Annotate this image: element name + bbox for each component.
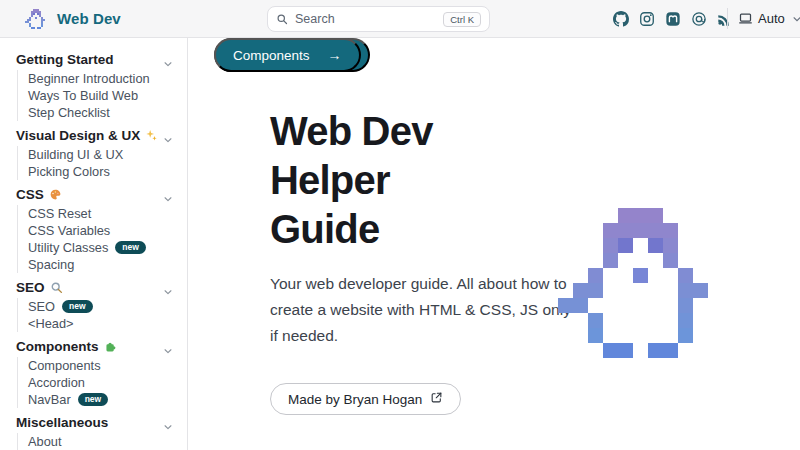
chevron-down-icon (163, 190, 173, 200)
empty-pixel (618, 328, 633, 343)
empty-pixel (708, 208, 723, 223)
sidebar-section-title[interactable]: Getting Started (16, 49, 179, 70)
sidebar-item[interactable]: <Head> (18, 315, 179, 332)
threads-icon[interactable] (689, 9, 709, 29)
penguin-pixel (678, 268, 693, 283)
penguin-pixel (618, 223, 633, 238)
penguin-pixel (588, 268, 603, 283)
sidebar-item[interactable]: CSS Variables (18, 222, 179, 239)
penguin-pixel (678, 328, 693, 343)
empty-pixel (558, 283, 573, 298)
penguin-pixel (603, 238, 618, 253)
empty-pixel (558, 208, 573, 223)
empty-pixel (648, 298, 663, 313)
sidebar-item[interactable]: Picking Colors (18, 163, 179, 180)
empty-pixel (618, 268, 633, 283)
sidebar-item[interactable]: NavBarnew (18, 391, 179, 408)
sidebar-item-label: Spacing (28, 257, 74, 272)
penguin-pixel (633, 208, 648, 223)
empty-pixel (708, 223, 723, 238)
empty-pixel (663, 268, 678, 283)
new-badge: new (62, 300, 93, 313)
empty-pixel (573, 238, 588, 253)
sidebar-item[interactable]: SEOnew (18, 298, 179, 315)
site-title: Web Dev (57, 10, 121, 27)
empty-pixel (708, 298, 723, 313)
search-input[interactable]: Search Ctrl K (267, 6, 490, 32)
sidebar-item[interactable]: Utility Classesnew (18, 239, 179, 256)
sidebar-item[interactable]: CSS Reset (18, 205, 179, 222)
sidebar-section-title[interactable]: Miscellaneous (16, 412, 179, 433)
sidebar-section-items: CSS ResetCSS VariablesUtility Classesnew… (17, 205, 179, 273)
empty-pixel (678, 253, 693, 268)
chevron-down-icon (163, 342, 173, 352)
sparkles-icon (145, 129, 158, 142)
empty-pixel (618, 313, 633, 328)
sidebar-section-items: SEOnew<Head> (17, 298, 179, 332)
empty-pixel (678, 343, 693, 358)
sidebar-section-items: ComponentsAccordionNavBarnew (17, 357, 179, 408)
sidebar-section-title-label: Visual Design & UX (16, 128, 140, 143)
sidebar-section-title[interactable]: Components (16, 336, 179, 357)
penguin-pixel (573, 298, 588, 313)
empty-pixel (693, 313, 708, 328)
sidebar-item-label: Building UI & UX (28, 147, 123, 162)
main-content: Web Dev Helper Guide Your web developer … (189, 38, 800, 450)
sidebar-item[interactable]: Ways To Build Web (18, 87, 179, 104)
empty-pixel (693, 208, 708, 223)
empty-pixel (618, 298, 633, 313)
made-by-bryan-hogan-button[interactable]: Made by Bryan Hogan (270, 383, 461, 415)
penguin-pixel (663, 253, 678, 268)
hero-tagline: Your web developer guide. All about how … (270, 271, 582, 349)
sidebar-section: CSSCSS ResetCSS VariablesUtility Classes… (16, 184, 179, 273)
empty-pixel (558, 253, 573, 268)
sidebar-section-title[interactable]: Visual Design & UX (16, 125, 179, 146)
penguin-pixel (618, 343, 633, 358)
empty-pixel (573, 223, 588, 238)
site-brand[interactable]: Web Dev (25, 0, 121, 37)
sidebar-item[interactable]: Spacing (18, 256, 179, 273)
empty-pixel (633, 253, 648, 268)
mastodon-icon[interactable] (663, 9, 683, 29)
penguin-pixel (603, 343, 618, 358)
empty-pixel (633, 238, 648, 253)
sidebar-section-title[interactable]: CSS (16, 184, 179, 205)
sidebar-section-title[interactable]: SEO (16, 277, 179, 298)
sidebar-item[interactable]: About (18, 433, 179, 450)
button-label: Made by Bryan Hogan (288, 392, 422, 407)
empty-pixel (558, 268, 573, 283)
empty-pixel (603, 313, 618, 328)
search-placeholder: Search (295, 12, 335, 26)
components-button[interactable]: Components→ (214, 38, 361, 72)
instagram-icon[interactable] (637, 9, 657, 29)
theme-switcher[interactable]: Auto (738, 0, 800, 37)
empty-pixel (603, 208, 618, 223)
empty-pixel (708, 328, 723, 343)
chevron-down-icon (163, 283, 173, 293)
sidebar-item[interactable]: Beginner Introduction (18, 70, 179, 87)
penguin-pixel (588, 313, 603, 328)
external-link-icon (422, 391, 443, 407)
sidebar-section-items: Building UI & UXPicking Colors (17, 146, 179, 180)
rss-icon[interactable] (715, 9, 735, 29)
hero-actions-secondary: Made by Bryan Hogan (270, 383, 800, 415)
penguin-pixel (648, 223, 663, 238)
sidebar-item[interactable]: Components (18, 357, 179, 374)
sidebar-item[interactable]: Building UI & UX (18, 146, 179, 163)
penguin-pixel (678, 298, 693, 313)
empty-pixel (558, 328, 573, 343)
arrow-right-icon: → (328, 48, 342, 62)
penguin-pixel (633, 268, 648, 283)
chevron-down-icon (163, 55, 173, 65)
penguin-mascot (558, 208, 723, 358)
sidebar-section-title-label: CSS (16, 187, 44, 202)
penguin-pixel (663, 238, 678, 253)
sidebar-section-title-label: SEO (16, 280, 45, 295)
github-icon[interactable] (611, 9, 631, 29)
sidebar-item-label: Accordion (28, 375, 85, 390)
empty-pixel (693, 223, 708, 238)
sidebar-item[interactable]: Accordion (18, 374, 179, 391)
page-title-line: Web Dev (270, 107, 800, 156)
empty-pixel (708, 343, 723, 358)
sidebar-item[interactable]: Step Checklist (18, 104, 179, 121)
